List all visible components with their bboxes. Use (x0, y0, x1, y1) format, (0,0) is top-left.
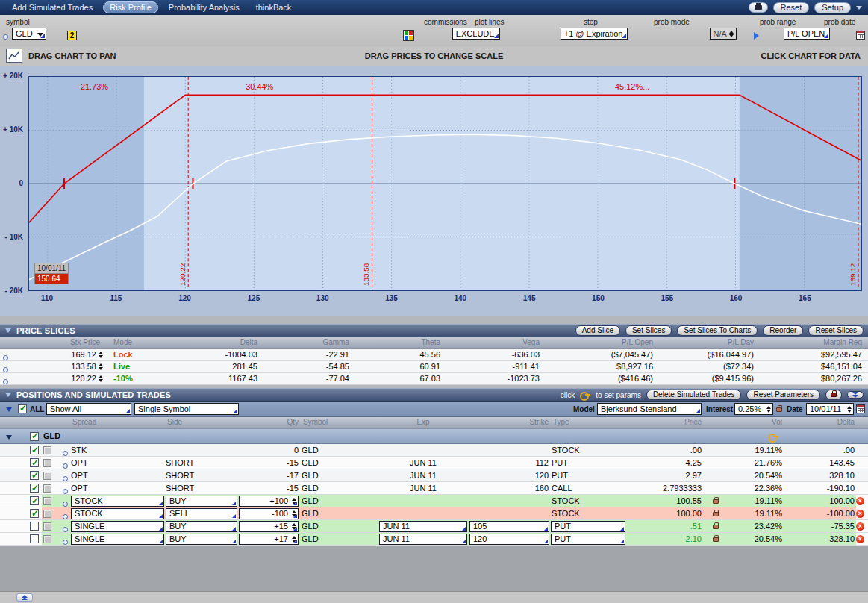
interest-stepper[interactable]: 0.25% (734, 403, 773, 415)
expand-panel-button[interactable] (16, 593, 33, 602)
row-checkbox[interactable] (30, 471, 39, 480)
row-handle[interactable] (43, 535, 51, 543)
row-handle[interactable] (43, 484, 51, 493)
qty-stepper[interactable]: +15 (239, 521, 299, 532)
price-value[interactable]: 2.10 (625, 533, 702, 545)
side-dropdown[interactable]: BUY (166, 496, 237, 507)
calendar-icon[interactable] (856, 404, 865, 413)
position-row[interactable]: STK 0 GLD STOCK .00 19.11% .00 (0, 444, 868, 457)
spinner-icon[interactable] (290, 522, 297, 531)
spinner-icon[interactable] (765, 404, 772, 413)
risk-profile-chart[interactable]: + 20K+ 10K0- 10K- 20K 120.22133.58169.12… (0, 66, 868, 316)
slice-mode[interactable]: Live (113, 361, 157, 372)
slice-price[interactable]: 133.58 (71, 361, 96, 372)
set-slices-button[interactable]: Set Slices (625, 325, 672, 336)
simulated-trade-row[interactable]: SINGLE BUY +15 GLD JUN 11 105 PUT .51 23… (0, 520, 868, 533)
spread-dropdown[interactable]: STOCK (71, 508, 164, 519)
row-checkbox[interactable] (30, 522, 39, 531)
spinner-icon[interactable] (846, 404, 852, 413)
side-dropdown[interactable]: SELL (166, 508, 237, 519)
row-handle[interactable] (43, 510, 51, 518)
price-slice-row[interactable]: 169.12 Lock -1004.03 -22.91 45.56 -636.0… (0, 349, 868, 361)
step-stepper[interactable]: N/A (710, 28, 737, 40)
dropdown-arrow-icon[interactable] (37, 33, 43, 37)
add-slice-button[interactable]: Add Slice (575, 325, 620, 336)
delete-simulated-trades-button[interactable]: Delete Simulated Trades (646, 390, 742, 400)
side-dropdown[interactable]: BUY (166, 534, 237, 545)
spinner-icon[interactable] (290, 510, 297, 518)
plot-lines-dropdown[interactable]: +1 @ Expiration (561, 28, 628, 40)
slice-mode[interactable]: -10% (113, 373, 157, 384)
type-dropdown[interactable]: PUT (551, 521, 625, 532)
row-handle[interactable] (43, 446, 51, 454)
row-checkbox[interactable] (30, 458, 39, 467)
price-lock-icon[interactable] (713, 499, 719, 504)
simulated-trade-row[interactable]: STOCK BUY +100 GLD STOCK 100.55 19.11% 1… (0, 495, 868, 507)
row-checkbox[interactable] (30, 496, 39, 505)
collapse-triangle-icon[interactable] (5, 328, 11, 333)
qty-stepper[interactable]: +17 (239, 534, 299, 545)
reset-button[interactable]: Reset (773, 2, 810, 13)
spinner-icon[interactable] (290, 497, 297, 505)
spinner-icon[interactable] (290, 535, 297, 543)
price-lock-icon[interactable] (713, 537, 719, 542)
model-dropdown[interactable]: Bjerksund-Stensland (597, 403, 702, 415)
simulated-trade-row[interactable]: SINGLE BUY +17 GLD JUN 11 120 PUT 2.10 2… (0, 533, 868, 546)
type-dropdown[interactable]: PUT (551, 534, 625, 545)
delete-trade-icon[interactable] (856, 510, 864, 518)
delete-trade-icon[interactable] (856, 535, 864, 543)
row-handle[interactable] (43, 497, 51, 505)
delete-trade-icon[interactable] (856, 497, 864, 505)
exp-dropdown[interactable]: JUN 11 (379, 521, 467, 532)
simulated-trade-row[interactable]: STOCK SELL -100 GLD STOCK 100.00 19.11% … (0, 507, 868, 520)
collapse-triangle-icon[interactable] (5, 393, 11, 397)
strike-dropdown[interactable]: 120 (469, 534, 549, 545)
spinner-icon[interactable] (99, 363, 103, 370)
row-checkbox[interactable] (30, 534, 39, 543)
exp-dropdown[interactable]: JUN 11 (379, 534, 467, 545)
price-value[interactable]: 100.55 (625, 495, 702, 507)
strike-dropdown[interactable]: 105 (469, 521, 549, 532)
price-value[interactable]: 100.00 (625, 507, 702, 519)
pl-mode-dropdown[interactable]: P/L OPEN (784, 28, 830, 40)
spinner-icon[interactable] (728, 29, 735, 38)
watchlist-number-badge[interactable]: 2 (67, 31, 77, 40)
date-stepper[interactable]: 10/01/11 (806, 403, 854, 415)
symbol-input[interactable]: GLD (12, 28, 46, 40)
tab-risk-profile[interactable]: Risk Profile (103, 1, 158, 13)
delete-trade-icon[interactable] (856, 522, 864, 531)
row-handle[interactable] (43, 522, 51, 531)
chevron-down-icon[interactable] (856, 6, 862, 10)
price-value[interactable]: .51 (625, 520, 702, 532)
group-checkbox[interactable] (30, 432, 39, 441)
spread-dropdown[interactable]: SINGLE (71, 521, 164, 532)
side-dropdown[interactable]: BUY (166, 521, 237, 532)
commissions-dropdown[interactable]: EXCLUDE (452, 28, 500, 40)
collapse-triangle-icon[interactable] (6, 435, 12, 440)
row-handle[interactable] (43, 459, 51, 467)
row-handle[interactable] (43, 472, 51, 480)
plot-area[interactable]: 120.22133.58169.1221.73%30.44%45.12%... (28, 76, 862, 291)
interest-lock-icon[interactable] (776, 407, 782, 412)
spinner-icon[interactable] (99, 375, 103, 382)
setup-button[interactable]: Setup (814, 2, 851, 13)
print-icon[interactable] (749, 2, 768, 13)
row-checkbox[interactable] (30, 446, 39, 454)
slice-price[interactable]: 169.12 (71, 349, 96, 360)
reset-slices-button[interactable]: Reset Slices (808, 325, 864, 336)
position-row[interactable]: OPT SHORT -17 GLD JUN 11 120 PUT 2.97 20… (0, 469, 868, 482)
expand-right-icon[interactable] (754, 32, 759, 40)
all-checkbox[interactable] (18, 404, 27, 413)
bottom-scrollbar[interactable] (0, 591, 868, 603)
row-checkbox[interactable] (30, 484, 39, 493)
price-slice-row[interactable]: 120.22 -10% 1167.43 -77.04 67.03 -1023.7… (0, 373, 868, 385)
set-slices-to-charts-button[interactable]: Set Slices To Charts (677, 325, 758, 336)
tab-add-simulated-trades[interactable]: Add Simulated Trades (6, 2, 99, 13)
price-lock-icon[interactable] (713, 525, 719, 529)
collapse-all-button[interactable] (847, 391, 864, 399)
qty-stepper[interactable]: +100 (239, 496, 299, 507)
price-slice-row[interactable]: 133.58 Live 281.45 -54.85 60.91 -911.41 … (0, 361, 868, 373)
tab-thinkback[interactable]: thinkBack (250, 2, 298, 13)
show-all-dropdown[interactable]: Show All (46, 403, 131, 415)
qty-stepper[interactable]: -100 (239, 508, 299, 519)
